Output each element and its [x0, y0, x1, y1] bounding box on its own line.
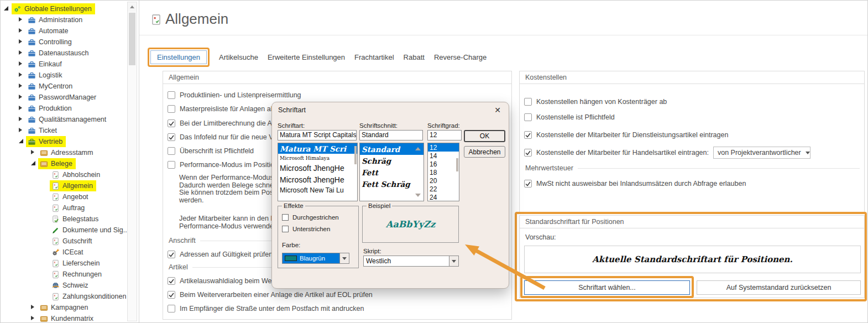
- tree-item-body[interactable]: ICEcat: [50, 247, 87, 258]
- expand-icon[interactable]: [19, 106, 22, 110]
- allgemein-opt-2-checkbox[interactable]: [168, 119, 175, 127]
- color-combobox[interactable]: Blaugrün: [282, 253, 349, 264]
- tree-item-body[interactable]: Controlling: [26, 37, 75, 48]
- style-option-0[interactable]: Standard: [360, 143, 423, 155]
- kosten-opt-0-checkbox[interactable]: [524, 98, 532, 106]
- reset-font-button[interactable]: Auf Systemstandard zurücksetzen: [697, 280, 861, 295]
- size-option-22[interactable]: 22: [428, 185, 459, 193]
- choose-font-button[interactable]: Schriftart wählen...: [524, 280, 690, 295]
- tree-item-kundenmatrix[interactable]: Kundenmatrix: [1, 313, 127, 323]
- style-option-1[interactable]: Schräg: [360, 155, 423, 166]
- tree-item-body[interactable]: Gutschrift: [50, 236, 96, 247]
- tree-item-schweiz[interactable]: Schweiz: [1, 280, 127, 291]
- tree-item-body[interactable]: Kundenmatrix: [38, 313, 97, 323]
- kosten-opt-3-checkbox[interactable]: [524, 149, 532, 157]
- tree-item-body[interactable]: Schweiz: [50, 280, 92, 291]
- tree-item-body[interactable]: Angebot: [50, 191, 92, 202]
- tree-item-body[interactable]: Dokumente und Sig...: [50, 225, 132, 236]
- size-input[interactable]: 12: [427, 130, 462, 140]
- tree-item-abholschein[interactable]: Abholschein: [1, 169, 127, 180]
- tree-item-belege[interactable]: Belege: [1, 158, 127, 169]
- font-option-1[interactable]: Microsoft Himalaya: [278, 154, 357, 162]
- tree-item-body[interactable]: Einkauf: [26, 59, 65, 70]
- expand-icon[interactable]: [31, 150, 34, 154]
- font-list[interactable]: Matura MT ScriMicrosoft HimalayaMicrosof…: [278, 143, 358, 201]
- tree-item-body[interactable]: MyCentron: [26, 81, 76, 92]
- font-input[interactable]: Matura MT Script Capitals: [278, 130, 357, 140]
- allgemein-opt-4-checkbox[interactable]: [168, 147, 175, 155]
- tree-item-kampagnen[interactable]: Kampagnen: [1, 302, 127, 313]
- font-option-2[interactable]: Microsoft JhengHe: [278, 162, 357, 174]
- size-option-20[interactable]: 20: [428, 176, 459, 185]
- size-list-scrollbar[interactable]: [456, 158, 458, 171]
- scrollbar-thumb[interactable]: [129, 13, 135, 65]
- expand-icon[interactable]: [19, 50, 22, 55]
- scroll-up-icon[interactable]: [415, 147, 421, 150]
- expand-icon[interactable]: [19, 117, 22, 121]
- underline-checkbox[interactable]: [282, 226, 289, 232]
- style-input[interactable]: Standard: [359, 130, 423, 140]
- allgemein-opt-5-checkbox[interactable]: [168, 161, 175, 169]
- tree-item-body[interactable]: Vertrieb: [26, 136, 66, 147]
- tab-rabatt[interactable]: Rabatt: [404, 53, 425, 61]
- font-option-3[interactable]: Microsoft JhengHe: [278, 174, 357, 185]
- tree-item-controlling[interactable]: Controlling: [1, 37, 127, 48]
- font-list-scrollbar[interactable]: [354, 146, 357, 164]
- allgemein-opt-1-checkbox[interactable]: [168, 105, 175, 113]
- scroll-up-icon[interactable]: [128, 2, 137, 12]
- size-option-18[interactable]: 18: [428, 168, 459, 176]
- tree-item-body[interactable]: Automate: [26, 25, 72, 37]
- tree-item-body[interactable]: Produktion: [26, 103, 75, 114]
- expand-icon[interactable]: [19, 128, 22, 132]
- expand-icon[interactable]: [31, 305, 34, 309]
- kosten-opt-2-checkbox[interactable]: [524, 131, 532, 139]
- tree-item-body[interactable]: Logistik: [26, 70, 65, 81]
- tree-item-allgemein[interactable]: Allgemein: [1, 180, 127, 191]
- tree-item-body[interactable]: Belege: [38, 158, 76, 169]
- tree-item-administration[interactable]: Administration: [1, 14, 127, 25]
- expand-icon[interactable]: [19, 61, 22, 66]
- size-option-16[interactable]: 16: [428, 160, 459, 168]
- tree-item-body[interactable]: Datenaustausch: [26, 48, 92, 59]
- tree-item-rechnungen[interactable]: Rechnungen: [1, 269, 127, 280]
- tree-item-body[interactable]: Belegstatus: [50, 213, 102, 225]
- script-dropdown-button[interactable]: [449, 256, 458, 266]
- tree-item-vertrieb[interactable]: Vertrieb: [1, 136, 127, 147]
- tree-item-angebot[interactable]: Angebot: [1, 191, 127, 202]
- anschrift-opt-0-checkbox[interactable]: [168, 251, 175, 258]
- expand-icon[interactable]: [19, 95, 22, 99]
- font-option-0[interactable]: Matura MT Scri: [278, 143, 357, 154]
- artikel-opt-0-checkbox[interactable]: [168, 277, 175, 285]
- kosten-opt-1-checkbox[interactable]: [524, 113, 532, 121]
- tree-item-body[interactable]: Globale Einstellungen: [12, 3, 95, 14]
- tree-item-globale-einstellungen[interactable]: Globale Einstellungen: [1, 3, 127, 14]
- size-list[interactable]: 12141618202224: [427, 143, 459, 201]
- tree-item-gutschrift[interactable]: Gutschrift: [1, 236, 127, 247]
- scroll-down-icon[interactable]: [415, 194, 421, 197]
- size-option-24[interactable]: 24: [428, 193, 459, 201]
- script-combobox[interactable]: Westlich: [363, 256, 459, 267]
- tree-item-automate[interactable]: Automate: [1, 25, 127, 37]
- cancel-button[interactable]: Abbrechen: [464, 146, 505, 158]
- tree-item-body[interactable]: Ticket: [26, 125, 60, 136]
- tree-item-einkauf[interactable]: Einkauf: [1, 59, 127, 70]
- tab-einstellungen[interactable]: Einstellungen: [150, 50, 207, 64]
- tree-item-body[interactable]: Rechnungen: [50, 269, 105, 280]
- tree-item-body[interactable]: Abholschein: [50, 169, 103, 180]
- style-list[interactable]: StandardSchrägFettFett Schräg: [359, 143, 424, 201]
- tree-item-ticket[interactable]: Ticket: [1, 125, 127, 136]
- collapse-icon[interactable]: [4, 6, 8, 11]
- artikel-opt-1-checkbox[interactable]: [168, 291, 175, 299]
- tree-item-auftrag[interactable]: Auftrag: [1, 202, 127, 213]
- tree-item-body[interactable]: PasswordManager: [26, 92, 100, 103]
- close-icon[interactable]: ✕: [492, 105, 503, 116]
- artikel-opt-2-checkbox[interactable]: [168, 305, 175, 312]
- tree-item-body[interactable]: Adressstamm: [38, 147, 96, 158]
- allgemein-opt-0-checkbox[interactable]: [168, 91, 175, 99]
- mwst-opt-0-checkbox[interactable]: [524, 180, 532, 187]
- style-option-3[interactable]: Fett Schräg: [360, 178, 423, 190]
- allgemein-opt-3-checkbox[interactable]: [168, 133, 175, 141]
- tree-scrollbar[interactable]: [127, 2, 137, 321]
- tree-item-datenaustausch[interactable]: Datenaustausch: [1, 48, 127, 59]
- tree-item-qualit-tsmanagement[interactable]: Qualitätsmanagement: [1, 114, 127, 125]
